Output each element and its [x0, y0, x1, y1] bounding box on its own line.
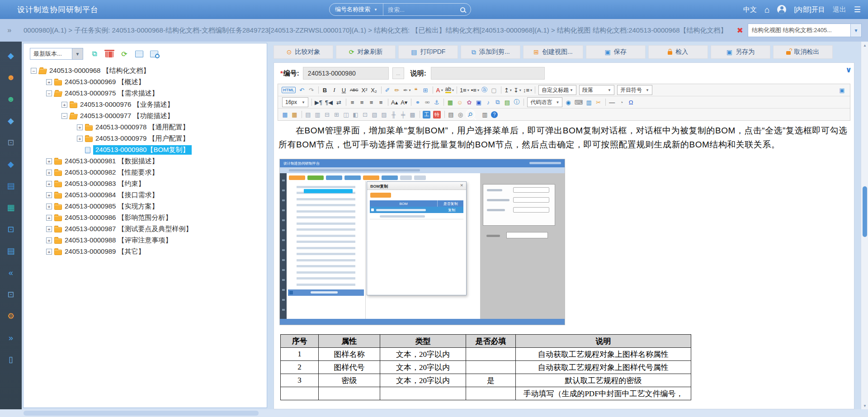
document-body[interactable]: 在BOM管理界面，增加菜单“复制BOM”，用户选择菜单后，即可弹出BOM复制对话…: [274, 121, 854, 409]
code-block-icon[interactable]: ◉: [564, 97, 573, 107]
calendar-icon[interactable]: ▦: [7, 204, 14, 212]
font-color-icon[interactable]: A ▾: [435, 85, 444, 95]
tree-node[interactable]: + 240513-0000969 【概述】: [27, 76, 267, 88]
redo-icon[interactable]: ↷: [307, 85, 316, 95]
font-size-select[interactable]: 16px ▼: [282, 97, 308, 107]
ltr-paragraph-icon[interactable]: ▶¶: [314, 97, 324, 107]
align-justify-icon[interactable]: ≡: [377, 97, 386, 107]
editor-tool[interactable]: [420, 111, 420, 118]
ordered-list-icon[interactable]: 1≡ ▾: [459, 85, 470, 95]
save-button[interactable]: ▣ 保存: [586, 45, 646, 59]
horizontal-rule-icon[interactable]: —: [608, 97, 617, 107]
highlight-color-icon[interactable]: ab ▾: [444, 85, 455, 95]
file-icon[interactable]: ▯: [9, 355, 13, 364]
tree-node[interactable]: + 240513-0000987 【测试要点及典型样例】: [27, 223, 267, 235]
settings-gear-icon[interactable]: ⚙: [7, 312, 14, 320]
editor-tool[interactable]: [346, 99, 346, 106]
row-split-icon[interactable]: ╫: [389, 109, 399, 119]
tree-expander-icon[interactable]: −: [46, 90, 52, 96]
align-right-icon[interactable]: ≡: [367, 97, 377, 107]
video-icon[interactable]: ▣: [474, 97, 484, 107]
tree-expander-icon[interactable]: −: [61, 113, 67, 119]
paragraph-format-select[interactable]: 段落 ▼: [579, 85, 614, 95]
editor-tool[interactable]: [411, 99, 411, 106]
align-left-icon[interactable]: ≡: [348, 97, 358, 107]
language-switch[interactable]: 中文: [743, 5, 757, 14]
horizontal-scroll-thumb[interactable]: [24, 411, 259, 416]
tree-node[interactable]: + 240513-0000988 【评审注意事项】: [27, 235, 267, 246]
cell-border-icon[interactable]: ⊡: [361, 109, 370, 119]
tree-expander-icon[interactable]: +: [46, 181, 52, 187]
editor-tool[interactable]: [318, 86, 319, 94]
product-box-icon[interactable]: ◆: [8, 52, 14, 60]
code-field[interactable]: 240513-0000980: [303, 67, 389, 80]
bold-icon[interactable]: B: [321, 85, 330, 95]
line-spacing-icon[interactable]: ↕≡ ▾: [522, 85, 533, 95]
align-top-icon[interactable]: ↥ ▾: [503, 85, 513, 95]
search-icon[interactable]: ⚲: [466, 109, 475, 119]
align-center-icon[interactable]: ≡: [358, 97, 367, 107]
editor-tool[interactable]: [501, 86, 501, 94]
compare-button[interactable]: ⊙ 比较对象: [274, 45, 333, 59]
undo-icon[interactable]: ↶: [297, 85, 307, 95]
user-avatar-icon[interactable]: [777, 5, 786, 14]
tree-expander-icon[interactable]: +: [61, 102, 67, 108]
font-decrease-icon[interactable]: A▾: [400, 97, 409, 107]
tree-node[interactable]: + 240513-0000976 【业务描述】: [27, 99, 267, 110]
shade-cell-icon[interactable]: ▧: [370, 109, 380, 119]
table-props-icon[interactable]: ▦: [281, 109, 290, 119]
scroll-up-icon[interactable]: ▲: [861, 42, 868, 49]
cancel-checkout-button[interactable]: 取消检出: [773, 45, 833, 59]
insert-row-icon[interactable]: ▤: [304, 109, 313, 119]
save-as-button[interactable]: ▣ 另存为: [711, 45, 770, 59]
font-increase-icon[interactable]: A▴: [390, 97, 400, 107]
anchor-icon[interactable]: ⚓: [432, 97, 442, 107]
document-icon[interactable]: ▤: [7, 247, 14, 255]
editor-tool[interactable]: [535, 86, 535, 94]
view-selector[interactable]: 结构化视图 结构化文档:2405... ▼: [748, 24, 862, 37]
link-icon[interactable]: ⚭: [413, 97, 423, 107]
editor-tool[interactable]: [381, 86, 382, 94]
search-type-dropdown[interactable]: 编号名称搜索 ▼: [330, 4, 383, 15]
tree-expander-icon[interactable]: +: [46, 226, 52, 232]
search-icon[interactable]: [460, 7, 465, 12]
vertical-scrollbar[interactable]: ▲ ▼: [861, 42, 868, 409]
text-direction-icon[interactable]: ⇄: [335, 97, 344, 107]
add-to-clipboard-button[interactable]: ⧉ 添加到剪...: [461, 45, 520, 59]
tree-node[interactable]: + 240513-0000982 【性能要求】: [27, 167, 267, 178]
editor-tool[interactable]: [457, 86, 457, 94]
print-icon[interactable]: ▤: [447, 109, 456, 119]
more-button[interactable]: ...: [392, 67, 404, 79]
split-cell-icon[interactable]: ◧: [351, 109, 361, 119]
tree-node[interactable]: + 240513-0000981 【数据描述】: [27, 156, 267, 167]
description-field[interactable]: [431, 67, 545, 80]
paste-icon[interactable]: ▥: [481, 109, 490, 119]
file-insert-icon[interactable]: ▤: [503, 97, 512, 107]
vertical-scroll-thumb[interactable]: [863, 186, 867, 237]
cube-icon[interactable]: ◆: [8, 160, 14, 168]
merge-cells-icon[interactable]: ◫: [342, 109, 351, 119]
create-view-button[interactable]: ⊞ 创建视图...: [523, 45, 583, 59]
custom-heading-select[interactable]: 自定义标题 ▼: [538, 85, 576, 95]
tree-expander-icon[interactable]: +: [77, 136, 83, 142]
menu-icon[interactable]: ☰: [854, 5, 861, 14]
emoji-icon[interactable]: ☺: [455, 97, 465, 107]
refresh-object-button[interactable]: ⟳ 对象刷新: [336, 45, 396, 59]
underline-icon[interactable]: U: [340, 85, 349, 95]
check-in-button[interactable]: 检入: [648, 45, 708, 59]
table-style-icon[interactable]: ▨: [380, 109, 389, 119]
align-bottom-icon[interactable]: ↧ ▾: [513, 85, 522, 95]
editor-tool[interactable]: [311, 99, 312, 106]
blockquote-icon[interactable]: ❝: [412, 85, 421, 95]
close-icon[interactable]: ✖: [737, 26, 743, 35]
fullscreen-icon[interactable]: ▣: [838, 85, 847, 95]
search-doc-icon[interactable]: [150, 51, 158, 57]
doc-list-icon[interactable]: ▤: [7, 182, 14, 190]
tree-expander-icon[interactable]: +: [46, 158, 52, 164]
parts-box-icon[interactable]: ◆: [8, 117, 14, 125]
monitor-icon[interactable]: ⊡: [7, 225, 14, 233]
tree-expander-icon[interactable]: +: [46, 192, 52, 198]
home-icon[interactable]: ⌂: [764, 5, 769, 14]
special-symbol-button[interactable]: 特: [432, 109, 443, 119]
unlink-icon[interactable]: ⚮: [423, 97, 432, 107]
